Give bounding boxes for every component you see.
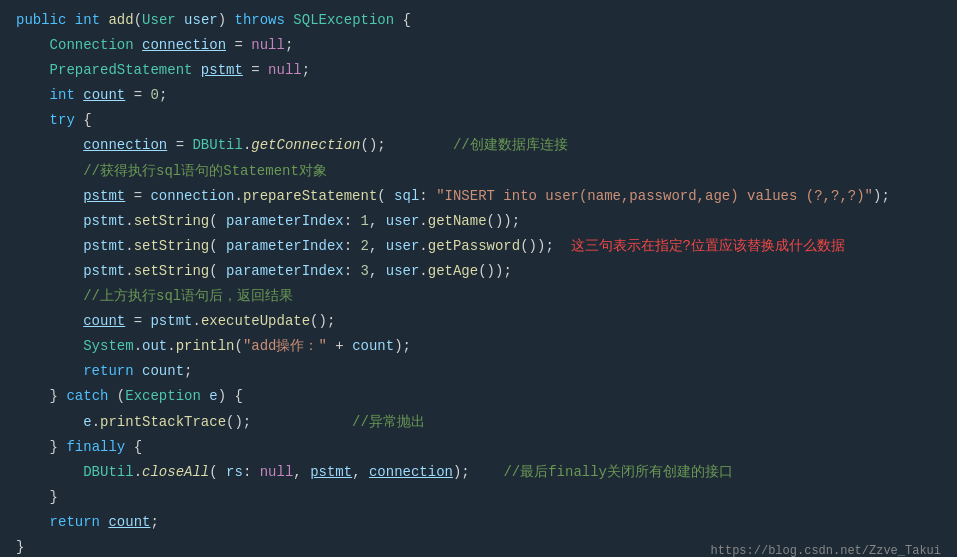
fn-printstacktrace: printStackTrace bbox=[100, 411, 226, 434]
str-insert: "INSERT into user(name,password,age) val… bbox=[436, 185, 873, 208]
var-user1: user bbox=[386, 210, 420, 233]
var-pstmt-assign: pstmt bbox=[83, 185, 125, 208]
method-name: add bbox=[108, 9, 133, 32]
code-editor: public int add ( User user ) throws SQLE… bbox=[0, 0, 957, 557]
keyword-int: int bbox=[75, 9, 100, 32]
comment-3: //上方执行sql语句后，返回结果 bbox=[83, 285, 293, 308]
code-line-10: pstmt . setString ( parameterIndex : 2 ,… bbox=[0, 234, 957, 259]
num-2: 2 bbox=[361, 235, 369, 258]
code-line-4: int count = 0 ; bbox=[0, 83, 957, 108]
keyword-finally: finally bbox=[66, 436, 125, 459]
fn-setstring3: setString bbox=[134, 260, 210, 283]
param-index2: parameterIndex bbox=[226, 235, 344, 258]
var-e: e bbox=[209, 385, 217, 408]
var-count-decl: count bbox=[83, 84, 125, 107]
keyword-throws: throws bbox=[235, 9, 285, 32]
var-pstmt-decl: pstmt bbox=[201, 59, 243, 82]
type-preparedstatement: PreparedStatement bbox=[50, 59, 193, 82]
fn-getconnection: getConnection bbox=[251, 134, 360, 157]
code-line-16: } catch ( Exception e ) { bbox=[0, 384, 957, 409]
fn-getpassword: getPassword bbox=[428, 235, 520, 258]
param-sql: sql bbox=[394, 185, 419, 208]
fn-closeall: closeAll bbox=[142, 461, 209, 484]
var-out: out bbox=[142, 335, 167, 358]
var-user3: user bbox=[386, 260, 420, 283]
fn-println: println bbox=[176, 335, 235, 358]
comment-1: //创建数据库连接 bbox=[453, 134, 568, 157]
code-line-17: e . printStackTrace (); //异常抛出 bbox=[0, 410, 957, 435]
code-line-8: pstmt = connection . prepareStatement ( … bbox=[0, 184, 957, 209]
fn-getname: getName bbox=[428, 210, 487, 233]
var-count-return1: count bbox=[142, 360, 184, 383]
var-connection-close: connection bbox=[369, 461, 453, 484]
param-user: user bbox=[184, 9, 218, 32]
code-line-6: connection = DBUtil . getConnection (); … bbox=[0, 133, 957, 158]
code-line-19: DBUtil . closeAll ( rs : null , pstmt , … bbox=[0, 460, 957, 485]
var-pstmt-close: pstmt bbox=[310, 461, 352, 484]
var-e-stacktrace: e bbox=[83, 411, 91, 434]
comment-red: 这三句表示在指定?位置应该替换成什么数据 bbox=[571, 235, 845, 258]
var-count-print: count bbox=[352, 335, 394, 358]
type-connection: Connection bbox=[50, 34, 134, 57]
keyword-int2: int bbox=[50, 84, 75, 107]
code-line-11: pstmt . setString ( parameterIndex : 3 ,… bbox=[0, 259, 957, 284]
var-pstmt-setstring1: pstmt bbox=[83, 210, 125, 233]
var-pstmt-exec: pstmt bbox=[150, 310, 192, 333]
keyword-return1: return bbox=[83, 360, 133, 383]
code-line-1: public int add ( User user ) throws SQLE… bbox=[0, 8, 957, 33]
var-count-assign: count bbox=[83, 310, 125, 333]
var-count-return2: count bbox=[108, 511, 150, 534]
param-rs: rs bbox=[226, 461, 243, 484]
code-line-18: } finally { bbox=[0, 435, 957, 460]
fn-executeupdate: executeUpdate bbox=[201, 310, 310, 333]
param-index3: parameterIndex bbox=[226, 260, 344, 283]
keyword-return2: return bbox=[50, 511, 100, 534]
var-pstmt-setstring2: pstmt bbox=[83, 235, 125, 258]
num-zero: 0 bbox=[150, 84, 158, 107]
num-3: 3 bbox=[361, 260, 369, 283]
code-line-2: Connection connection = null ; bbox=[0, 33, 957, 58]
keyword-public: public bbox=[16, 9, 66, 32]
code-line-12: //上方执行sql语句后，返回结果 bbox=[0, 284, 957, 309]
var-connection2: connection bbox=[83, 134, 167, 157]
code-line-14: System . out . println ( "add操作：" + coun… bbox=[0, 334, 957, 359]
var-connection3: connection bbox=[150, 185, 234, 208]
keyword-null2: null bbox=[268, 59, 302, 82]
str-add: "add操作：" bbox=[243, 335, 327, 358]
type-dbutil: DBUtil bbox=[192, 134, 242, 157]
type-exception: Exception bbox=[125, 385, 201, 408]
code-line-21: return count ; bbox=[0, 510, 957, 535]
type-dbutil2: DBUtil bbox=[83, 461, 133, 484]
keyword-null: null bbox=[251, 34, 285, 57]
comment-2: //获得执行sql语句的Statement对象 bbox=[83, 160, 327, 183]
code-line-13: count = pstmt . executeUpdate (); bbox=[0, 309, 957, 334]
num-1: 1 bbox=[361, 210, 369, 233]
type-user: User bbox=[142, 9, 176, 32]
comment-4: //异常抛出 bbox=[352, 411, 425, 434]
fn-setstring1: setString bbox=[134, 210, 210, 233]
comment-5: //最后finally关闭所有创建的接口 bbox=[503, 461, 733, 484]
code-line-9: pstmt . setString ( parameterIndex : 1 ,… bbox=[0, 209, 957, 234]
fn-preparestatement: prepareStatement bbox=[243, 185, 377, 208]
var-connection: connection bbox=[142, 34, 226, 57]
fn-getage: getAge bbox=[428, 260, 478, 283]
keyword-try: try bbox=[50, 109, 75, 132]
code-line-5: try { bbox=[0, 108, 957, 133]
keyword-catch: catch bbox=[66, 385, 108, 408]
keyword-null3: null bbox=[260, 461, 294, 484]
type-sqlexception: SQLException bbox=[293, 9, 394, 32]
fn-setstring2: setString bbox=[134, 235, 210, 258]
param-index1: parameterIndex bbox=[226, 210, 344, 233]
code-line-7: //获得执行sql语句的Statement对象 bbox=[0, 159, 957, 184]
code-line-3: PreparedStatement pstmt = null ; bbox=[0, 58, 957, 83]
type-system: System bbox=[83, 335, 133, 358]
code-line-20: } bbox=[0, 485, 957, 510]
code-line-15: return count ; bbox=[0, 359, 957, 384]
var-user2: user bbox=[386, 235, 420, 258]
url-watermark: https://blog.csdn.net/Zzve_Takui bbox=[711, 542, 941, 557]
var-pstmt-setstring3: pstmt bbox=[83, 260, 125, 283]
